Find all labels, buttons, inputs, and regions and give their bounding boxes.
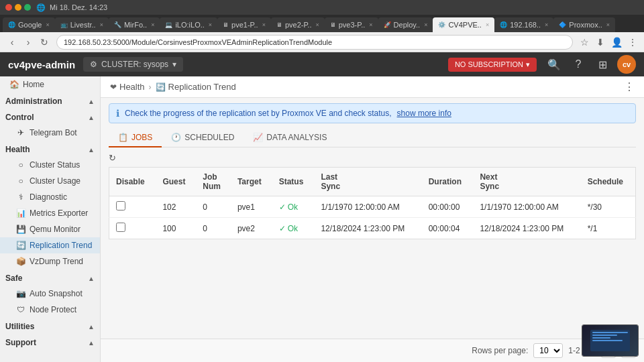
sidebar-section-support[interactable]: Support ▲ [0, 334, 100, 350]
address-input[interactable] [56, 35, 573, 50]
cell-guest-2: 100 [156, 218, 196, 239]
search-icon[interactable]: 🔍 [545, 55, 564, 74]
qemu-icon: 💾 [16, 225, 25, 234]
col-job-num: JobNum [196, 168, 231, 196]
sidebar-item-node-protect[interactable]: 🛡 Node Protect [0, 302, 100, 318]
metrics-exporter-label: Metrics Exporter [30, 208, 88, 218]
bookmark-icon[interactable]: ☆ [578, 36, 590, 48]
thumb-line-4 [592, 340, 622, 341]
bot-icon: ✈ [16, 128, 25, 137]
info-bar: ℹ Check the progress of the replication … [109, 103, 636, 123]
breadcrumb-more-button[interactable]: ⋮ [624, 80, 635, 93]
tab-pve2[interactable]: 🖥 pve2-P.. × [271, 17, 325, 32]
cell-schedule-2: */1 [581, 218, 636, 239]
breadcrumb-replication[interactable]: 🔄 Replication Trend [156, 82, 236, 92]
info-text: Check the progress of the replication se… [125, 109, 392, 118]
browser-title: 🌐 Mi 18. Dez. 14:23 [36, 3, 639, 12]
control-label: Control [5, 113, 34, 122]
qemu-monitor-label: Qemu Monitor [30, 225, 80, 234]
cell-disable-2[interactable] [109, 218, 156, 239]
breadcrumb-separator: › [149, 82, 152, 92]
sidebar-item-replication-trend[interactable]: 🔄 Replication Trend [0, 237, 100, 253]
check-icon: ✓ [279, 202, 286, 212]
close-dot[interactable] [5, 4, 12, 11]
avatar[interactable]: cv [617, 55, 636, 74]
col-target: Target [231, 168, 272, 196]
sidebar-item-vzdump-trend[interactable]: 📦 VzDump Trend [0, 253, 100, 269]
cluster-label: CLUSTER: sysops [101, 60, 168, 69]
forward-button[interactable]: › [21, 36, 35, 49]
back-button[interactable]: ‹ [5, 36, 19, 49]
health-collapse-icon: ▲ [88, 146, 95, 154]
browser-title-text: Mi 18. Dez. 14:23 [50, 3, 107, 11]
sidebar-item-diagnostic[interactable]: ⚕ Diagnostic [0, 189, 100, 205]
sidebar-section-administration[interactable]: Administration ▲ [0, 93, 100, 109]
reload-button[interactable]: ↻ [38, 36, 51, 49]
cluster-selector[interactable]: ⚙ CLUSTER: sysops ▾ [83, 57, 183, 72]
sidebar-item-metrics-exporter[interactable]: 📊 Metrics Exporter [0, 205, 100, 221]
sidebar-item-cluster-status[interactable]: ○ Cluster Status [0, 157, 100, 173]
vzdump-trend-label: VzDump Trend [30, 257, 83, 266]
sidebar-section-utilities[interactable]: Utilities ▲ [0, 318, 100, 334]
sidebar-section-control[interactable]: Control ▲ [0, 109, 100, 125]
sidebar-item-qemu-monitor[interactable]: 💾 Qemu Monitor [0, 221, 100, 237]
minimize-dot[interactable] [15, 4, 21, 11]
administration-collapse-icon: ▲ [88, 98, 95, 105]
home-icon: 🏠 [9, 80, 19, 89]
cell-next-sync-1: 1/1/1970 12:00:00 AM [473, 196, 580, 218]
cell-schedule-1: */30 [581, 196, 636, 218]
refresh-button[interactable]: ↻ [109, 153, 116, 163]
clock-icon: 🕐 [171, 133, 181, 142]
profile-icon[interactable]: 👤 [610, 36, 623, 48]
col-duration: Duration [422, 168, 474, 196]
tab-proxmox[interactable]: 🔷 Proxmox.. × [553, 17, 615, 32]
maximize-dot[interactable] [24, 4, 31, 11]
chevron-down-icon: ▾ [172, 60, 176, 69]
download-icon[interactable]: ⬇ [594, 36, 606, 48]
sidebar-item-cluster-usage[interactable]: ○ Cluster Usage [0, 173, 100, 189]
telegram-bot-label: Telegram Bot [30, 128, 77, 137]
cluster-usage-label: Cluster Usage [30, 176, 80, 186]
tab-ip[interactable]: 🌐 192.168.. × [494, 17, 553, 32]
grid-icon[interactable]: ⊞ [593, 55, 612, 74]
tab-livestream[interactable]: 📺 Livestr.. × [55, 17, 109, 32]
address-bar: ‹ › ↻ ☆ ⬇ 👤 ⋮ [0, 32, 644, 52]
content-area: ❤ Health › 🔄 Replication Trend ⋮ ℹ Check… [101, 76, 644, 362]
cell-next-sync-2: 12/18/2024 1:23:00 PM [473, 218, 580, 239]
sidebar-section-safe[interactable]: Safe ▲ [0, 269, 100, 286]
sidebar-item-telegram-bot[interactable]: ✈ Telegram Bot [0, 125, 100, 141]
subscription-label: NO SUBSCRIPTION [455, 60, 523, 68]
utilities-collapse-icon: ▲ [88, 323, 95, 330]
menu-icon[interactable]: ⋮ [627, 36, 639, 48]
tab-google[interactable]: 🌐 Google × [3, 17, 55, 32]
sidebar-section-health[interactable]: Health ▲ [0, 141, 100, 157]
tab-scheduled[interactable]: 🕐 SCHEDULED [162, 129, 244, 147]
cell-disable-1[interactable] [109, 196, 156, 218]
tab-pve3[interactable]: 🖥 pve3-P.. × [325, 17, 378, 32]
info-link[interactable]: show more info [397, 109, 451, 118]
sidebar-item-auto-snapshot[interactable]: 📷 Auto Snapshot [0, 286, 100, 302]
tab-deploy[interactable]: 🚀 Deploy.. × [378, 17, 433, 32]
main-layout: 🏠 Home Administration ▲ Control ▲ ✈ Tele… [0, 76, 644, 362]
breadcrumb: ❤ Health › 🔄 Replication Trend ⋮ [101, 76, 644, 98]
tab-cv4pve[interactable]: ⚙️ CV4PVE.. × [433, 17, 494, 32]
rows-per-page-select[interactable]: 10 25 50 [533, 343, 563, 358]
disable-checkbox-2[interactable] [116, 223, 125, 232]
heart-icon: ❤ [110, 82, 117, 92]
breadcrumb-health[interactable]: ❤ Health [110, 82, 145, 92]
tab-pve1[interactable]: 🖥 pve1-P.. × [217, 17, 271, 32]
auto-snapshot-label: Auto Snapshot [30, 289, 83, 298]
sidebar-item-home[interactable]: 🏠 Home [0, 76, 100, 93]
help-icon[interactable]: ? [569, 55, 588, 74]
subscription-badge[interactable]: NO SUBSCRIPTION ▾ [448, 58, 537, 72]
tab-data-analysis[interactable]: 📈 DATA ANALYSIS [244, 129, 336, 147]
safe-label: Safe [5, 274, 22, 283]
tab-jobs[interactable]: 📋 JOBS [109, 129, 162, 147]
cell-job-num-1: 0 [196, 196, 231, 218]
thumb-line-3 [592, 337, 610, 339]
tab-ilo[interactable]: 💻 iLO:iLO.. × [160, 17, 217, 32]
disable-checkbox-1[interactable] [116, 201, 125, 210]
tab-mirfo[interactable]: 🔧 MirFo.. × [109, 17, 160, 32]
col-last-sync: LastSync [314, 168, 421, 196]
replication-trend-label: Replication Trend [30, 241, 92, 250]
